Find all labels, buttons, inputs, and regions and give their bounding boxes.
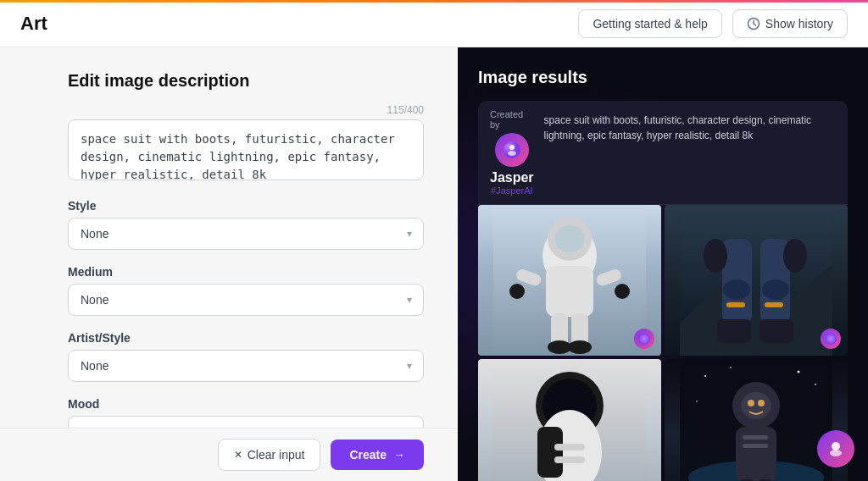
created-by-left: Created by xyxy=(490,109,534,196)
svg-point-2 xyxy=(509,145,515,150)
image-cell-3[interactable] xyxy=(478,359,661,481)
mood-label: Mood xyxy=(68,397,424,411)
svg-point-50 xyxy=(758,400,765,406)
astronaut-image-3 xyxy=(478,359,661,481)
create-button[interactable]: Create → xyxy=(331,440,424,470)
image-results-title: Image results xyxy=(478,68,848,87)
main-layout: Edit image description 115/400 space sui… xyxy=(0,47,868,481)
medium-select[interactable]: None xyxy=(68,284,424,316)
arrow-right-icon: → xyxy=(393,448,405,462)
svg-rect-36 xyxy=(554,444,585,451)
bottom-actions: ✕ Clear input Create → xyxy=(0,428,458,481)
style-label: Style xyxy=(68,199,424,213)
right-panel: Image results Created by xyxy=(458,47,868,481)
svg-point-48 xyxy=(741,392,771,419)
svg-point-11 xyxy=(548,340,571,354)
astronaut-image-1 xyxy=(478,205,661,356)
image-watermark-1 xyxy=(634,329,654,349)
svg-point-30 xyxy=(825,333,837,345)
getting-started-label: Getting started & help xyxy=(593,17,707,30)
svg-point-17 xyxy=(638,333,650,345)
style-field-group: Style None ▾ xyxy=(68,199,424,250)
topbar-right: Getting started & help Show history xyxy=(578,9,848,38)
svg-point-44 xyxy=(815,384,816,385)
svg-point-7 xyxy=(554,225,585,252)
x-icon: ✕ xyxy=(234,449,242,461)
create-label: Create xyxy=(349,448,387,462)
svg-point-15 xyxy=(509,284,525,299)
jasper-logo xyxy=(495,133,529,167)
image-cell-2[interactable] xyxy=(665,205,848,356)
svg-rect-52 xyxy=(743,435,768,440)
svg-point-28 xyxy=(704,239,727,273)
image-cell-4[interactable] xyxy=(665,359,848,481)
svg-point-49 xyxy=(748,400,754,406)
topbar: Art Getting started & help Show history xyxy=(0,0,868,47)
created-by-label: Created by xyxy=(490,109,534,130)
svg-point-16 xyxy=(615,284,630,299)
medium-label: Medium xyxy=(68,265,424,279)
svg-point-3 xyxy=(508,151,516,156)
svg-rect-53 xyxy=(743,444,768,448)
astronaut-image-4 xyxy=(665,359,848,481)
svg-point-23 xyxy=(762,279,789,300)
clear-input-label: Clear input xyxy=(248,448,305,462)
svg-point-45 xyxy=(696,401,698,402)
style-select[interactable]: None xyxy=(68,218,424,250)
style-select-wrapper: None ▾ xyxy=(68,218,424,250)
jasper-float-icon xyxy=(826,440,845,458)
artist-style-label: Artist/Style xyxy=(68,331,424,345)
artist-style-field-group: Artist/Style None ▾ xyxy=(68,331,424,382)
show-history-label: Show history xyxy=(765,17,833,30)
jasper-tag: #JasperAI xyxy=(491,185,533,196)
show-history-button[interactable]: Show history xyxy=(732,9,848,38)
svg-rect-26 xyxy=(726,302,745,307)
svg-point-57 xyxy=(832,442,840,451)
app-title: Art xyxy=(20,13,47,35)
clear-input-button[interactable]: ✕ Clear input xyxy=(218,439,321,471)
svg-point-22 xyxy=(723,279,750,300)
svg-rect-27 xyxy=(765,302,783,307)
left-panel: Edit image description 115/400 space sui… xyxy=(0,47,458,481)
section-title: Edit image description xyxy=(68,71,424,91)
svg-rect-35 xyxy=(537,427,563,478)
results-container: Created by xyxy=(478,101,848,481)
jasper-name: Jasper xyxy=(490,170,534,185)
svg-point-43 xyxy=(798,371,800,373)
svg-point-29 xyxy=(783,239,807,273)
svg-point-12 xyxy=(568,340,592,354)
floating-action-button[interactable] xyxy=(817,430,854,467)
description-input[interactable]: space suit with boots, futuristic, chara… xyxy=(68,119,424,180)
clock-icon xyxy=(747,17,760,30)
svg-rect-51 xyxy=(736,427,776,481)
char-count: 115/400 xyxy=(68,104,424,116)
artist-style-select-wrapper: None ▾ xyxy=(68,350,424,382)
created-by-banner: Created by xyxy=(478,101,848,205)
getting-started-button[interactable]: Getting started & help xyxy=(578,9,721,38)
svg-rect-37 xyxy=(554,456,585,463)
svg-rect-8 xyxy=(546,266,593,317)
svg-point-58 xyxy=(830,450,842,456)
astronaut-image-2 xyxy=(665,205,848,356)
image-grid xyxy=(478,205,848,481)
artist-style-select[interactable]: None xyxy=(68,350,424,382)
medium-select-wrapper: None ▾ xyxy=(68,284,424,316)
svg-rect-24 xyxy=(717,319,751,343)
svg-rect-25 xyxy=(760,319,793,343)
image-watermark-2 xyxy=(821,329,841,349)
image-cell-1[interactable] xyxy=(478,205,661,356)
medium-field-group: Medium None ▾ xyxy=(68,265,424,316)
svg-point-42 xyxy=(730,367,732,368)
svg-point-41 xyxy=(704,375,706,377)
banner-description: space suit with boots, futuristic, chara… xyxy=(544,109,836,143)
